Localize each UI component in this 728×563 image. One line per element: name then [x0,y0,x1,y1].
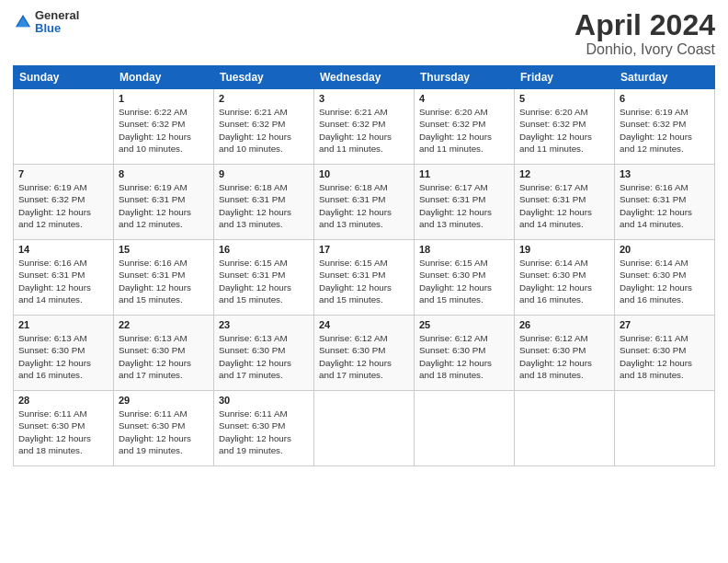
day-number: 20 [620,244,710,255]
day-info: Sunrise: 6:11 AM Sunset: 6:30 PM Dayligh… [18,408,108,456]
calendar-cell: 8Sunrise: 6:19 AM Sunset: 6:31 PM Daylig… [114,165,214,240]
calendar-cell: 20Sunrise: 6:14 AM Sunset: 6:30 PM Dayli… [615,240,715,316]
calendar-cell [515,391,615,466]
day-info: Sunrise: 6:13 AM Sunset: 6:30 PM Dayligh… [18,332,108,381]
day-info: Sunrise: 6:18 AM Sunset: 6:31 PM Dayligh… [319,181,409,230]
calendar-cell: 25Sunrise: 6:12 AM Sunset: 6:30 PM Dayli… [415,316,515,391]
calendar-cell: 21Sunrise: 6:13 AM Sunset: 6:30 PM Dayli… [14,316,114,391]
calendar-title: April 2024 [574,9,715,41]
day-info: Sunrise: 6:15 AM Sunset: 6:31 PM Dayligh… [219,257,309,305]
day-number: 11 [419,168,509,179]
calendar-cell: 26Sunrise: 6:12 AM Sunset: 6:30 PM Dayli… [515,316,615,391]
day-number: 19 [519,244,609,255]
calendar-cell: 19Sunrise: 6:14 AM Sunset: 6:30 PM Dayli… [515,240,615,316]
calendar-cell: 7Sunrise: 6:19 AM Sunset: 6:32 PM Daylig… [14,165,114,240]
calendar-body: 1Sunrise: 6:22 AM Sunset: 6:32 PM Daylig… [14,89,715,466]
day-number: 12 [519,168,609,179]
day-info: Sunrise: 6:14 AM Sunset: 6:30 PM Dayligh… [519,257,609,305]
day-info: Sunrise: 6:17 AM Sunset: 6:31 PM Dayligh… [419,181,509,230]
calendar-cell: 24Sunrise: 6:12 AM Sunset: 6:30 PM Dayli… [314,316,415,391]
day-info: Sunrise: 6:20 AM Sunset: 6:32 PM Dayligh… [419,106,509,155]
day-number: 14 [18,244,108,255]
week-row-2: 14Sunrise: 6:16 AM Sunset: 6:31 PM Dayli… [14,240,715,316]
page: General Blue April 2024 Donhio, Ivory Co… [0,0,728,563]
day-number: 15 [119,244,209,255]
day-info: Sunrise: 6:19 AM Sunset: 6:31 PM Dayligh… [119,181,209,230]
calendar-cell: 1Sunrise: 6:22 AM Sunset: 6:32 PM Daylig… [114,89,214,165]
day-info: Sunrise: 6:18 AM Sunset: 6:31 PM Dayligh… [219,181,309,230]
calendar-cell: 15Sunrise: 6:16 AM Sunset: 6:31 PM Dayli… [114,240,214,316]
day-info: Sunrise: 6:13 AM Sunset: 6:30 PM Dayligh… [219,332,309,381]
header-day-wednesday: Wednesday [314,66,415,89]
header-day-saturday: Saturday [615,66,715,89]
day-number: 8 [119,168,209,179]
week-row-3: 21Sunrise: 6:13 AM Sunset: 6:30 PM Dayli… [14,316,715,391]
day-number: 6 [620,93,710,104]
calendar-cell: 11Sunrise: 6:17 AM Sunset: 6:31 PM Dayli… [415,165,515,240]
logo-general: General [35,9,79,22]
day-info: Sunrise: 6:22 AM Sunset: 6:32 PM Dayligh… [119,106,209,155]
calendar-cell: 23Sunrise: 6:13 AM Sunset: 6:30 PM Dayli… [214,316,314,391]
calendar-cell: 13Sunrise: 6:16 AM Sunset: 6:31 PM Dayli… [615,165,715,240]
day-info: Sunrise: 6:19 AM Sunset: 6:32 PM Dayligh… [18,181,108,230]
day-info: Sunrise: 6:12 AM Sunset: 6:30 PM Dayligh… [319,332,409,381]
day-number: 21 [18,319,108,330]
logo-icon [13,12,33,32]
day-info: Sunrise: 6:21 AM Sunset: 6:32 PM Dayligh… [219,106,309,155]
week-row-1: 7Sunrise: 6:19 AM Sunset: 6:32 PM Daylig… [14,165,715,240]
calendar-cell: 10Sunrise: 6:18 AM Sunset: 6:31 PM Dayli… [314,165,415,240]
calendar-cell: 4Sunrise: 6:20 AM Sunset: 6:32 PM Daylig… [415,89,515,165]
day-info: Sunrise: 6:17 AM Sunset: 6:31 PM Dayligh… [519,181,609,230]
title-area: April 2024 Donhio, Ivory Coast [574,9,715,58]
day-info: Sunrise: 6:15 AM Sunset: 6:30 PM Dayligh… [419,257,509,305]
day-info: Sunrise: 6:16 AM Sunset: 6:31 PM Dayligh… [620,181,710,230]
day-info: Sunrise: 6:12 AM Sunset: 6:30 PM Dayligh… [519,332,609,381]
logo-text: General Blue [35,9,79,36]
calendar-cell [415,391,515,466]
day-info: Sunrise: 6:11 AM Sunset: 6:30 PM Dayligh… [119,408,209,456]
calendar-cell: 9Sunrise: 6:18 AM Sunset: 6:31 PM Daylig… [214,165,314,240]
day-number: 17 [319,244,409,255]
calendar-cell: 2Sunrise: 6:21 AM Sunset: 6:32 PM Daylig… [214,89,314,165]
day-number: 4 [419,93,509,104]
day-number: 23 [219,319,309,330]
day-info: Sunrise: 6:11 AM Sunset: 6:30 PM Dayligh… [620,332,710,381]
calendar-cell: 5Sunrise: 6:20 AM Sunset: 6:32 PM Daylig… [515,89,615,165]
calendar-cell: 16Sunrise: 6:15 AM Sunset: 6:31 PM Dayli… [214,240,314,316]
calendar-cell: 6Sunrise: 6:19 AM Sunset: 6:32 PM Daylig… [615,89,715,165]
calendar-cell: 3Sunrise: 6:21 AM Sunset: 6:32 PM Daylig… [314,89,415,165]
day-number: 22 [119,319,209,330]
day-number: 27 [620,319,710,330]
day-number: 3 [319,93,409,104]
day-number: 1 [119,93,209,104]
calendar-cell: 17Sunrise: 6:15 AM Sunset: 6:31 PM Dayli… [314,240,415,316]
day-number: 24 [319,319,409,330]
day-number: 10 [319,168,409,179]
week-row-0: 1Sunrise: 6:22 AM Sunset: 6:32 PM Daylig… [14,89,715,165]
calendar-cell: 28Sunrise: 6:11 AM Sunset: 6:30 PM Dayli… [14,391,114,466]
day-info: Sunrise: 6:19 AM Sunset: 6:32 PM Dayligh… [620,106,710,155]
day-number: 2 [219,93,309,104]
day-number: 26 [519,319,609,330]
header-day-sunday: Sunday [14,66,114,89]
day-info: Sunrise: 6:12 AM Sunset: 6:30 PM Dayligh… [419,332,509,381]
day-number: 5 [519,93,609,104]
logo: General Blue [13,9,79,36]
calendar-cell: 29Sunrise: 6:11 AM Sunset: 6:30 PM Dayli… [114,391,214,466]
day-info: Sunrise: 6:13 AM Sunset: 6:30 PM Dayligh… [119,332,209,381]
day-number: 9 [219,168,309,179]
calendar-cell: 12Sunrise: 6:17 AM Sunset: 6:31 PM Dayli… [515,165,615,240]
day-number: 7 [18,168,108,179]
calendar-cell: 22Sunrise: 6:13 AM Sunset: 6:30 PM Dayli… [114,316,214,391]
day-number: 28 [18,395,108,406]
day-info: Sunrise: 6:16 AM Sunset: 6:31 PM Dayligh… [18,257,108,305]
header-day-tuesday: Tuesday [214,66,314,89]
day-info: Sunrise: 6:21 AM Sunset: 6:32 PM Dayligh… [319,106,409,155]
header-day-friday: Friday [515,66,615,89]
day-number: 30 [219,395,309,406]
calendar-subtitle: Donhio, Ivory Coast [574,41,715,58]
header-day-thursday: Thursday [415,66,515,89]
calendar-header: SundayMondayTuesdayWednesdayThursdayFrid… [14,66,715,89]
calendar-cell: 14Sunrise: 6:16 AM Sunset: 6:31 PM Dayli… [14,240,114,316]
day-number: 13 [620,168,710,179]
